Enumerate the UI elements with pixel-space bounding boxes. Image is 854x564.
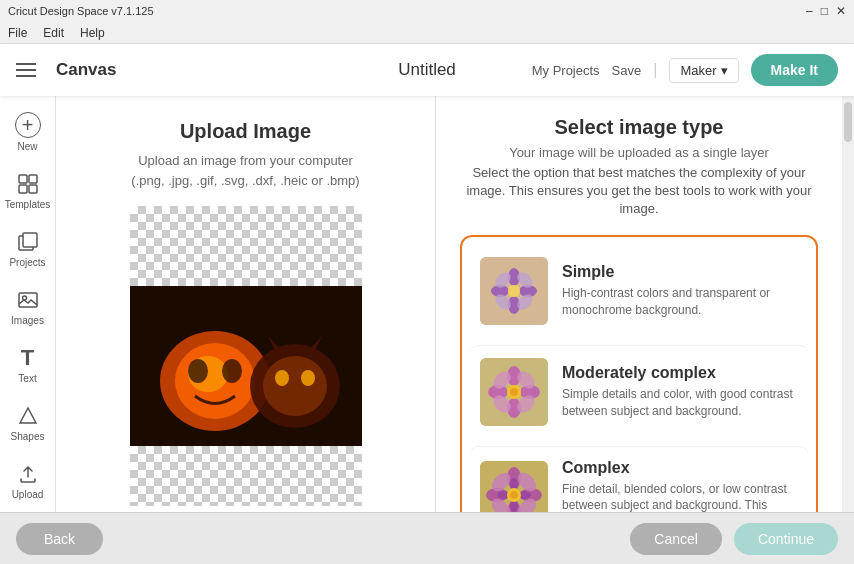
svg-rect-0 — [19, 175, 27, 183]
svg-rect-5 — [23, 233, 37, 247]
menu-help[interactable]: Help — [80, 26, 105, 40]
back-button[interactable]: Back — [16, 523, 103, 555]
minimize-button[interactable]: – — [806, 4, 813, 18]
sidebar-label-upload: Upload — [12, 489, 44, 500]
app-header: Canvas Untitled My Projects Save | Maker… — [0, 44, 854, 96]
sidebar-label-templates: Templates — [5, 199, 51, 210]
card-desc-moderate: Simple details and color, with good cont… — [562, 386, 798, 420]
sidebar-item-upload[interactable]: Upload — [0, 454, 55, 508]
card-desc-simple: High-contrast colors and transparent or … — [562, 285, 798, 319]
svg-rect-2 — [19, 185, 27, 193]
sidebar-item-new[interactable]: + New — [0, 104, 55, 160]
hamburger-line — [16, 63, 36, 65]
checkerboard-bottom — [130, 446, 362, 506]
menu-edit[interactable]: Edit — [43, 26, 64, 40]
sidebar-label-new: New — [17, 141, 37, 152]
svg-rect-1 — [29, 175, 37, 183]
upload-panel: Upload Image Upload an image from your c… — [56, 96, 436, 512]
hamburger-line — [16, 75, 36, 77]
upload-desc2: (.png, .jpg, .gif, .svg, .dxf, .heic or … — [131, 171, 359, 191]
sidebar-label-text: Text — [18, 373, 36, 384]
select-title: Select image type — [460, 116, 818, 139]
text-icon: T — [16, 346, 40, 370]
svg-point-7 — [22, 296, 26, 300]
make-it-button[interactable]: Make It — [751, 54, 838, 86]
sidebar-label-projects: Projects — [9, 257, 45, 268]
sidebar-item-images[interactable]: Images — [0, 280, 55, 334]
svg-point-12 — [188, 359, 208, 383]
hamburger-line — [16, 69, 36, 71]
select-panel: Select image type Your image will be upl… — [436, 96, 842, 512]
main-layout: + New Templates Projects — [0, 96, 854, 512]
images-icon — [16, 288, 40, 312]
maximize-button[interactable]: □ — [821, 4, 828, 18]
content-area: Upload Image Upload an image from your c… — [56, 96, 854, 512]
shapes-icon — [16, 404, 40, 428]
sidebar-item-templates[interactable]: Templates — [0, 164, 55, 218]
bottom-bar: Back Cancel Continue — [0, 512, 854, 564]
svg-point-13 — [222, 359, 242, 383]
image-type-complex[interactable]: Complex Fine detail, blended colors, or … — [470, 446, 808, 512]
upload-desc1: Upload an image from your computer — [138, 151, 353, 171]
maker-button[interactable]: Maker ▾ — [669, 58, 738, 83]
thumbnail-complex — [480, 461, 548, 512]
svg-rect-3 — [29, 185, 37, 193]
chevron-down-icon: ▾ — [721, 63, 728, 78]
svg-rect-6 — [19, 293, 37, 307]
uploaded-image — [130, 286, 362, 446]
window-controls[interactable]: – □ ✕ — [806, 4, 846, 18]
header-divider: | — [653, 61, 657, 79]
thumbnail-simple — [480, 257, 548, 325]
page-title: Untitled — [398, 60, 456, 80]
sidebar-item-projects[interactable]: Projects — [0, 222, 55, 276]
card-info-simple: Simple High-contrast colors and transpar… — [562, 263, 798, 319]
thumbnail-moderate — [480, 358, 548, 426]
save-button[interactable]: Save — [612, 63, 642, 78]
sidebar: + New Templates Projects — [0, 96, 56, 512]
select-subtitle: Your image will be uploaded as a single … — [460, 145, 818, 160]
sidebar-item-text[interactable]: T Text — [0, 338, 55, 392]
cancel-button[interactable]: Cancel — [630, 523, 722, 555]
canvas-label: Canvas — [56, 60, 116, 80]
title-bar: Cricut Design Space v7.1.125 – □ ✕ — [0, 0, 854, 22]
upload-title: Upload Image — [180, 120, 311, 143]
card-info-complex: Complex Fine detail, blended colors, or … — [562, 459, 798, 512]
svg-point-30 — [508, 285, 520, 297]
scroll-track[interactable] — [842, 96, 854, 512]
card-name-complex: Complex — [562, 459, 798, 477]
sidebar-label-shapes: Shapes — [11, 431, 45, 442]
maker-label: Maker — [680, 63, 716, 78]
app-title: Cricut Design Space v7.1.125 — [8, 5, 806, 17]
svg-point-17 — [301, 370, 315, 386]
plus-icon: + — [15, 112, 41, 138]
menu-file[interactable]: File — [8, 26, 27, 40]
card-name-moderate: Moderately complex — [562, 364, 798, 382]
svg-point-15 — [263, 356, 327, 416]
image-preview-area — [130, 206, 362, 506]
image-type-list: Simple High-contrast colors and transpar… — [460, 235, 818, 512]
templates-icon — [16, 172, 40, 196]
card-desc-complex: Fine detail, blended colors, or low cont… — [562, 481, 798, 512]
continue-button[interactable]: Continue — [734, 523, 838, 555]
image-type-moderate[interactable]: Moderately complex Simple details and co… — [470, 345, 808, 438]
sidebar-label-images: Images — [11, 315, 44, 326]
close-button[interactable]: ✕ — [836, 4, 846, 18]
header-right: My Projects Save | Maker ▾ Make It — [532, 54, 838, 86]
my-projects-link[interactable]: My Projects — [532, 63, 600, 78]
scroll-thumb[interactable] — [844, 102, 852, 142]
svg-point-57 — [510, 491, 518, 499]
select-desc: Select the option that best matches the … — [460, 164, 818, 219]
sidebar-item-shapes[interactable]: Shapes — [0, 396, 55, 450]
card-info-moderate: Moderately complex Simple details and co… — [562, 364, 798, 420]
svg-point-16 — [275, 370, 289, 386]
card-name-simple: Simple — [562, 263, 798, 281]
image-type-simple[interactable]: Simple High-contrast colors and transpar… — [470, 245, 808, 337]
bottom-right-actions: Cancel Continue — [630, 523, 838, 555]
upload-icon — [16, 462, 40, 486]
svg-point-42 — [510, 388, 518, 396]
menu-bar: File Edit Help — [0, 22, 854, 44]
projects-icon — [16, 230, 40, 254]
hamburger-button[interactable] — [16, 56, 44, 84]
checkerboard-top — [130, 206, 362, 286]
